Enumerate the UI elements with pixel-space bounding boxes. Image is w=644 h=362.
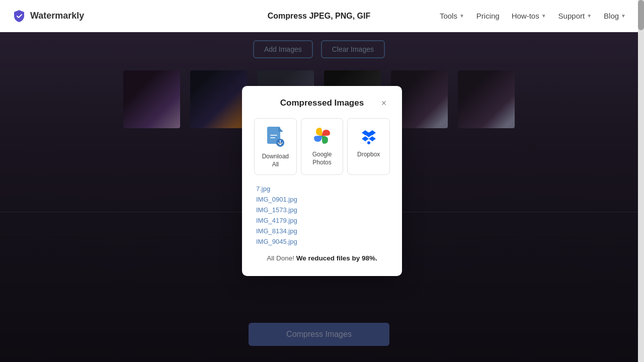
modal-close-button[interactable]: ×	[378, 97, 390, 109]
modal-header: Compressed Images ×	[254, 98, 390, 108]
summary-highlight: We reduced files by 98%.	[296, 254, 377, 262]
download-all-icon	[265, 126, 285, 148]
file-link-2[interactable]: IMG_0901.jpg	[256, 196, 390, 203]
download-all-label: DownloadAll	[262, 153, 289, 168]
google-photos-option[interactable]: Google Photos	[301, 118, 344, 175]
svg-rect-1	[270, 135, 277, 136]
logo-area: Watermarkly	[12, 9, 84, 23]
file-link-3[interactable]: IMG_1573.jpg	[256, 206, 390, 214]
download-all-option[interactable]: DownloadAll	[254, 118, 297, 175]
scrollbar-thumb[interactable]	[638, 0, 644, 30]
howtos-chevron-icon: ▼	[541, 13, 546, 19]
header: Watermarkly Compress JPEG, PNG, GIF Tool…	[0, 0, 638, 32]
file-links-list: 7.jpg IMG_0901.jpg IMG_1573.jpg IMG_4179…	[254, 185, 390, 245]
nav-tools[interactable]: Tools ▼	[440, 12, 464, 20]
nav-blog[interactable]: Blog ▼	[604, 12, 626, 20]
nav-center: Compress JPEG, PNG, GIF	[268, 12, 371, 21]
support-chevron-icon: ▼	[587, 13, 592, 19]
svg-marker-8	[369, 136, 376, 141]
logo-text: Watermarkly	[30, 11, 84, 21]
dropbox-option[interactable]: Dropbox	[347, 118, 390, 175]
file-link-5[interactable]: IMG_8134.jpg	[256, 227, 390, 235]
file-link-4[interactable]: IMG_4179.jpg	[256, 217, 390, 224]
svg-point-10	[367, 141, 370, 144]
file-link-1[interactable]: 7.jpg	[256, 185, 390, 193]
google-photos-icon	[312, 126, 332, 146]
nav-howtos[interactable]: How-tos ▼	[512, 12, 546, 20]
nav-brand: Compress JPEG, PNG, GIF	[268, 12, 371, 21]
dropbox-label: Dropbox	[357, 151, 380, 159]
svg-rect-2	[270, 137, 275, 138]
scrollbar[interactable]	[638, 0, 644, 362]
compressed-images-modal: Compressed Images × DownloadAll	[242, 86, 402, 276]
google-photos-label: Google Photos	[305, 151, 339, 166]
summary-prefix: All Done!	[267, 254, 296, 262]
nav-right: Tools ▼ Pricing How-tos ▼ Support ▼ Blog…	[440, 12, 626, 20]
dropbox-icon	[359, 126, 379, 146]
logo-icon	[12, 9, 26, 23]
nav-support[interactable]: Support ▼	[558, 12, 592, 20]
modal-title: Compressed Images	[280, 98, 364, 108]
blog-chevron-icon: ▼	[621, 13, 626, 19]
tools-chevron-icon: ▼	[459, 13, 464, 19]
nav-pricing[interactable]: Pricing	[476, 12, 500, 20]
file-link-6[interactable]: IMG_9045.jpg	[256, 238, 390, 245]
download-options: DownloadAll Google Photos	[254, 118, 390, 175]
svg-marker-7	[362, 136, 369, 141]
summary-text: All Done! We reduced files by 98%.	[254, 254, 390, 262]
